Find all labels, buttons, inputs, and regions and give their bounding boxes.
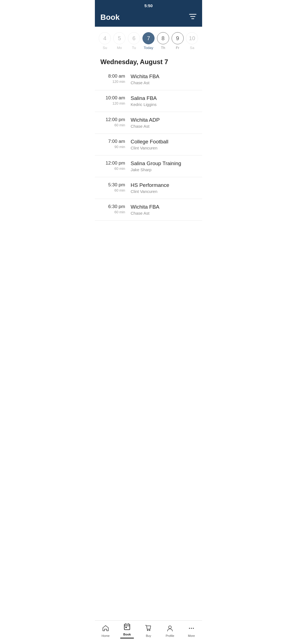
session-item[interactable]: 5:30 pm 60 min HS Performance Clint Vanc… bbox=[95, 177, 202, 199]
day-label: Su bbox=[103, 46, 107, 50]
session-trainer: Clint Vancuren bbox=[131, 189, 197, 194]
session-trainer: Chase Ast bbox=[131, 211, 197, 215]
session-time-block: 5:30 pm 60 min bbox=[100, 182, 131, 192]
session-info: Wichita ADP Chase Ast bbox=[131, 117, 197, 129]
session-time-block: 12:00 pm 60 min bbox=[100, 117, 131, 127]
session-duration: 120 min bbox=[100, 80, 125, 84]
calendar-day-8[interactable]: 8Th bbox=[156, 32, 170, 50]
status-time: 5:50 bbox=[144, 3, 153, 8]
day-number: 7 bbox=[142, 32, 155, 44]
session-info: Wichita FBA Chase Ast bbox=[131, 204, 197, 215]
session-item[interactable]: 8:00 am 120 min Wichita FBA Chase Ast bbox=[95, 69, 202, 90]
session-item[interactable]: 12:00 pm 60 min Wichita ADP Chase Ast bbox=[95, 112, 202, 134]
status-bar: 5:50 bbox=[95, 0, 202, 10]
session-info: Salina FBA Kedric Liggins bbox=[131, 95, 197, 107]
session-time-block: 7:00 am 90 min bbox=[100, 139, 131, 149]
session-info: Salina Group Training Jake Sharp bbox=[131, 160, 197, 172]
session-time-value: 7:00 am bbox=[100, 139, 125, 144]
session-duration: 60 min bbox=[100, 210, 125, 214]
session-name: Wichita FBA bbox=[131, 73, 197, 80]
calendar-day-9[interactable]: 9Fr bbox=[171, 32, 184, 50]
page-title: Book bbox=[100, 13, 120, 22]
session-name: Wichita ADP bbox=[131, 117, 197, 123]
day-label: Mo bbox=[117, 46, 122, 50]
session-time-value: 10:00 am bbox=[100, 95, 125, 101]
session-time-value: 8:00 am bbox=[100, 73, 125, 79]
sessions-list: 8:00 am 120 min Wichita FBA Chase Ast 10… bbox=[95, 69, 202, 221]
day-number: 8 bbox=[157, 32, 169, 44]
session-name: College Football bbox=[131, 139, 197, 145]
calendar-day-4[interactable]: 4Su bbox=[98, 32, 111, 50]
session-name: Salina Group Training bbox=[131, 160, 197, 167]
session-trainer: Chase Ast bbox=[131, 124, 197, 129]
calendar-day-6[interactable]: 6Tu bbox=[127, 32, 141, 50]
session-item[interactable]: 6:30 pm 60 min Wichita FBA Chase Ast bbox=[95, 199, 202, 221]
calendar-day-10[interactable]: 10Sa bbox=[185, 32, 199, 50]
day-label: Sa bbox=[190, 46, 194, 50]
calendar-day-5[interactable]: 5Mo bbox=[113, 32, 126, 50]
session-item[interactable]: 10:00 am 120 min Salina FBA Kedric Liggi… bbox=[95, 90, 202, 112]
session-info: HS Performance Clint Vancuren bbox=[131, 182, 197, 194]
header: Book bbox=[95, 10, 202, 27]
session-time-value: 12:00 pm bbox=[100, 117, 125, 122]
session-duration: 60 min bbox=[100, 167, 125, 171]
session-duration: 60 min bbox=[100, 123, 125, 127]
session-trainer: Kedric Liggins bbox=[131, 102, 197, 107]
session-name: HS Performance bbox=[131, 182, 197, 188]
day-label: Th bbox=[161, 46, 165, 50]
session-time-value: 12:00 pm bbox=[100, 160, 125, 166]
session-duration: 120 min bbox=[100, 101, 125, 105]
day-number: 10 bbox=[186, 32, 198, 44]
session-item[interactable]: 12:00 pm 60 min Salina Group Training Ja… bbox=[95, 155, 202, 177]
day-label: Fr bbox=[176, 46, 179, 50]
session-info: Wichita FBA Chase Ast bbox=[131, 73, 197, 85]
session-time-value: 5:30 pm bbox=[100, 182, 125, 188]
day-label: Tu bbox=[132, 46, 136, 50]
session-time-value: 6:30 pm bbox=[100, 204, 125, 209]
day-number: 6 bbox=[128, 32, 140, 44]
session-info: College Football Clint Vancuren bbox=[131, 139, 197, 150]
session-time-block: 10:00 am 120 min bbox=[100, 95, 131, 105]
session-name: Salina FBA bbox=[131, 95, 197, 101]
calendar-day-7[interactable]: 7Today bbox=[142, 32, 155, 50]
day-label: Today bbox=[144, 46, 153, 50]
filter-icon[interactable] bbox=[189, 13, 197, 21]
session-duration: 90 min bbox=[100, 145, 125, 149]
calendar-strip: 4Su5Mo6Tu7Today8Th9Fr10Sa bbox=[95, 27, 202, 53]
session-name: Wichita FBA bbox=[131, 204, 197, 210]
day-number: 5 bbox=[113, 32, 125, 44]
day-number: 4 bbox=[99, 32, 111, 44]
session-duration: 60 min bbox=[100, 188, 125, 192]
session-time-block: 8:00 am 120 min bbox=[100, 73, 131, 84]
day-number: 9 bbox=[172, 32, 184, 44]
session-item[interactable]: 7:00 am 90 min College Football Clint Va… bbox=[95, 134, 202, 155]
session-trainer: Jake Sharp bbox=[131, 167, 197, 172]
session-time-block: 6:30 pm 60 min bbox=[100, 204, 131, 214]
date-heading: Wednesday, August 7 bbox=[95, 53, 202, 69]
session-trainer: Clint Vancuren bbox=[131, 146, 197, 150]
session-time-block: 12:00 pm 60 min bbox=[100, 160, 131, 171]
session-trainer: Chase Ast bbox=[131, 80, 197, 85]
